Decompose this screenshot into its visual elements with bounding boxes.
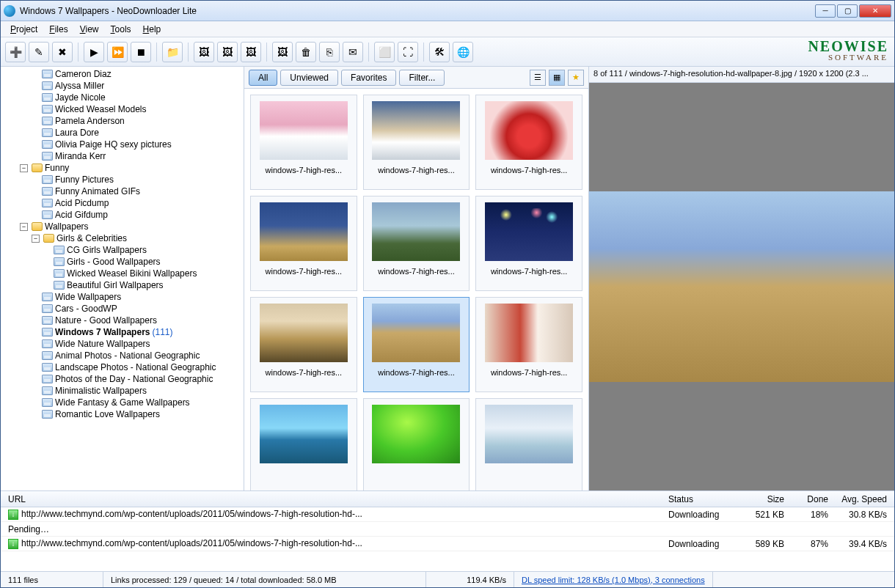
img-action-4-button[interactable]: 🖼: [272, 42, 293, 62]
img-mail-button[interactable]: ✉: [343, 42, 363, 62]
titlebar[interactable]: Windows 7 Wallpapers - NeoDownloader Lit…: [1, 1, 894, 21]
project-tree-panel[interactable]: Cameron DiazAlyssa MillerJayde NicoleWic…: [1, 67, 244, 490]
tree-item[interactable]: Acid Picdump: [55, 198, 109, 208]
tree-item[interactable]: Funny Animated GIFs: [55, 186, 140, 196]
tree-item[interactable]: Olivia Paige HQ sexy pictures: [55, 139, 172, 150]
tree-folder[interactable]: Wallpapers: [45, 221, 89, 232]
tree-item[interactable]: Wide Fantasy & Game Wallpapers: [55, 397, 190, 408]
downloads-body[interactable]: ↓http://www.techmynd.com/wp-content/uplo…: [1, 507, 894, 571]
thumbnail-item[interactable]: windows-7-high-res...: [250, 297, 357, 392]
thumbnail-item[interactable]: windows-7-high-res...: [475, 196, 582, 291]
tree-item[interactable]: Acid Gifdump: [55, 210, 108, 220]
download-row[interactable]: ↓http://www.techmynd.com/wp-content/uplo…: [1, 507, 894, 522]
play-button[interactable]: ▶: [84, 42, 104, 62]
tree-folder[interactable]: Girls & Celebrities: [56, 233, 127, 243]
thumbnail-item[interactable]: windows-7-high-res...: [475, 95, 582, 190]
close-button[interactable]: ✕: [859, 4, 891, 18]
edit-button[interactable]: ✎: [29, 42, 49, 62]
window-button[interactable]: ⬜: [374, 42, 395, 62]
tree-item[interactable]: CG Girls Wallpapers: [67, 245, 147, 255]
thumbnail-item[interactable]: [250, 398, 357, 490]
tree-item[interactable]: Landscape Photos - National Geographic: [55, 362, 216, 372]
tree-item[interactable]: Minimalistic Wallpapers: [55, 386, 147, 396]
thumbnail-grid[interactable]: windows-7-high-res...windows-7-high-res.…: [244, 89, 588, 490]
tree-item[interactable]: Windows 7 Wallpapers: [55, 327, 150, 337]
filter-all-button[interactable]: All: [249, 70, 277, 86]
thumbnail-item[interactable]: windows-7-high-res...: [363, 297, 470, 392]
thumbnail-item[interactable]: windows-7-high-res...: [250, 95, 357, 190]
project-icon: [54, 269, 65, 278]
tree-item[interactable]: Laura Dore: [55, 128, 99, 138]
thumbnail-item[interactable]: windows-7-high-res...: [363, 95, 470, 190]
thumbnail-item[interactable]: windows-7-high-res...: [475, 297, 582, 392]
view-fav-button[interactable]: ★: [568, 70, 584, 86]
tree-item[interactable]: Wide Wallpapers: [55, 292, 121, 302]
settings-button[interactable]: 🛠: [429, 42, 450, 62]
img-action-1-button[interactable]: 🖼: [194, 42, 214, 62]
thumbnail-label: windows-7-high-res...: [479, 166, 579, 174]
open-folder-button[interactable]: 📁: [162, 42, 183, 62]
thumbnail-item[interactable]: [475, 398, 582, 490]
downloads-header[interactable]: URL Status Size Done Avg. Speed: [1, 491, 894, 507]
minimize-button[interactable]: ─: [815, 4, 836, 18]
menu-help[interactable]: Help: [138, 23, 167, 36]
col-speed[interactable]: Avg. Speed: [833, 493, 891, 506]
maximize-button[interactable]: ▢: [837, 4, 858, 18]
img-delete-button[interactable]: 🗑: [296, 42, 316, 62]
view-list-button[interactable]: ☰: [530, 70, 546, 86]
tree-item[interactable]: Nature - Good Wallpapers: [55, 315, 157, 326]
expand-icon[interactable]: −: [20, 164, 28, 172]
col-status[interactable]: Status: [664, 493, 737, 506]
tree-item[interactable]: Funny Pictures: [55, 174, 114, 185]
tree-item[interactable]: Wide Nature Wallpapers: [55, 339, 150, 349]
filter-favorites-button[interactable]: Favorites: [341, 70, 396, 86]
expand-icon[interactable]: −: [20, 223, 28, 231]
tree-item[interactable]: Wicked Weasel Bikini Wallpapers: [67, 268, 197, 279]
status-speed-limit-link[interactable]: DL speed limit: 128 KB/s (1.0 Mbps), 3 c…: [514, 572, 713, 587]
col-done[interactable]: Done: [789, 493, 833, 506]
preview-area[interactable]: [589, 83, 894, 490]
tree-item[interactable]: Romantic Love Wallpapers: [55, 409, 160, 419]
tree-item[interactable]: Photos of the Day - National Geographic: [55, 374, 213, 384]
download-row[interactable]: ↓http://www.techmynd.com/wp-content/uplo…: [1, 537, 894, 551]
img-action-2-button[interactable]: 🖼: [217, 42, 238, 62]
tree-item[interactable]: Pamela Anderson: [55, 116, 125, 126]
tree-item[interactable]: Animal Photos - National Geographic: [55, 350, 200, 361]
tree-item[interactable]: Alyssa Miller: [55, 81, 104, 91]
thumbnail-item[interactable]: windows-7-high-res...: [250, 196, 357, 291]
img-copy-button[interactable]: ⎘: [319, 42, 340, 62]
web-button[interactable]: 🌐: [453, 42, 473, 62]
download-row[interactable]: Pending…: [1, 522, 894, 537]
filter-unviewed-button[interactable]: Unviewed: [280, 70, 338, 86]
tree-item[interactable]: Cameron Diaz: [55, 69, 112, 79]
fullscreen-button[interactable]: ⛶: [398, 42, 418, 62]
play-all-button[interactable]: ⏩: [107, 42, 128, 62]
delete-button[interactable]: ✖: [52, 42, 73, 62]
toolbar: ➕ ✎ ✖ ▶ ⏩ ⏹ 📁 🖼 🖼 🖼 🖼 🗑 ⎘ ✉ ⬜ ⛶ 🛠 🌐 NEOW…: [1, 37, 894, 67]
expand-icon[interactable]: −: [32, 235, 40, 243]
tree-item[interactable]: Miranda Kerr: [55, 151, 106, 161]
view-thumbs-button[interactable]: ▦: [549, 70, 565, 86]
tree-folder[interactable]: Funny: [45, 163, 69, 173]
menu-project[interactable]: Project: [5, 23, 43, 36]
thumbnail-item[interactable]: windows-7-high-res...: [363, 196, 470, 291]
project-icon: [42, 410, 53, 419]
tree-item[interactable]: Girls - Good Wallpapers: [67, 257, 161, 267]
thumbnail-item[interactable]: [363, 398, 470, 490]
new-project-button[interactable]: ➕: [5, 42, 26, 62]
menu-tools[interactable]: Tools: [106, 23, 136, 36]
project-icon: [42, 304, 53, 313]
tree-item[interactable]: Jayde Nicole: [55, 92, 106, 103]
menu-view[interactable]: View: [75, 23, 104, 36]
tree-item[interactable]: Beautiful Girl Wallpapers: [67, 280, 164, 290]
col-size[interactable]: Size: [737, 493, 789, 506]
col-url[interactable]: URL: [4, 493, 664, 506]
tree-item[interactable]: Cars - GoodWP: [55, 304, 117, 314]
filter-custom-button[interactable]: Filter...: [399, 70, 445, 86]
menu-files[interactable]: Files: [44, 23, 73, 36]
stop-button[interactable]: ⏹: [131, 42, 151, 62]
img-action-3-button[interactable]: 🖼: [241, 42, 261, 62]
tree-item[interactable]: Wicked Weasel Models: [55, 104, 147, 114]
dl-status: Downloading: [664, 537, 737, 551]
project-icon: [42, 93, 53, 102]
